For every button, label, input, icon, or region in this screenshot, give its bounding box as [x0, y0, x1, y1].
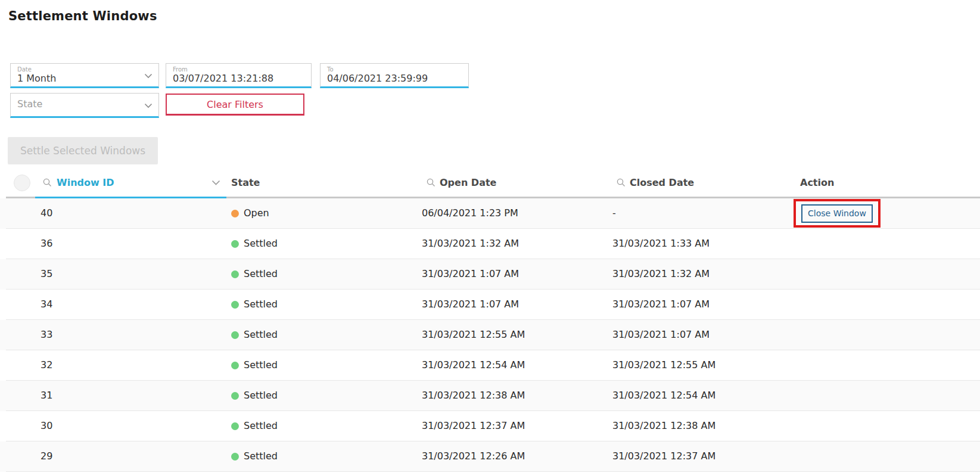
window-id-cell: 29 — [41, 441, 52, 471]
closed-date-cell: 31/03/2021 12:37 AM — [612, 441, 715, 471]
from-input-value: 03/07/2021 13:21:88 — [173, 73, 273, 84]
open-date-cell: 31/03/2021 1:07 AM — [422, 259, 519, 289]
state-select-placeholder: State — [17, 98, 42, 110]
to-input-label: To — [327, 66, 450, 73]
table-row[interactable]: 35 Settled 31/03/2021 1:07 AM 31/03/2021… — [0, 259, 980, 290]
page-title: Settlement Windows — [8, 9, 157, 23]
state-cell: Settled — [231, 229, 278, 259]
state-label: Settled — [244, 290, 278, 319]
clear-filters-button[interactable]: Clear Filters — [166, 94, 304, 116]
table-row[interactable]: 40 Open 06/04/2021 1:23 PM - Close Windo… — [0, 198, 980, 229]
row-divider — [6, 471, 980, 472]
from-date-input[interactable]: From 03/07/2021 13:21:88 — [166, 63, 312, 88]
state-cell: Settled — [231, 441, 278, 471]
search-icon[interactable] — [617, 178, 626, 187]
date-range-select[interactable]: Date 1 Month — [10, 63, 159, 88]
table-row[interactable]: 31 Settled 31/03/2021 12:38 AM 31/03/202… — [0, 381, 980, 411]
state-dot-icon — [231, 270, 239, 278]
column-header-label: State — [231, 177, 260, 188]
open-date-cell: 31/03/2021 1:32 AM — [422, 229, 519, 259]
table-row[interactable]: 33 Settled 31/03/2021 12:55 AM 31/03/202… — [0, 320, 980, 350]
column-header-label: Closed Date — [630, 177, 694, 188]
open-date-cell: 31/03/2021 12:38 AM — [422, 381, 525, 410]
close-window-button[interactable]: Close Window — [801, 204, 873, 223]
table-body: 40 Open 06/04/2021 1:23 PM - Close Windo… — [0, 198, 980, 472]
state-label: Open — [244, 198, 269, 228]
state-cell: Settled — [231, 381, 278, 410]
state-cell: Settled — [231, 290, 278, 319]
state-cell: Settled — [231, 411, 278, 441]
table-row[interactable]: 29 Settled 31/03/2021 12:26 AM 31/03/202… — [0, 441, 980, 472]
select-all-checkbox[interactable] — [14, 175, 30, 191]
window-id-cell: 35 — [41, 259, 52, 289]
window-id-cell: 32 — [41, 350, 52, 380]
search-icon[interactable] — [43, 178, 52, 187]
date-select-value: 1 Month — [17, 73, 56, 84]
column-header-label: Window ID — [57, 177, 114, 188]
window-id-cell: 30 — [41, 411, 52, 441]
column-header-state[interactable]: State — [231, 169, 260, 197]
column-header-action: Action — [800, 169, 834, 197]
column-header-label: Action — [800, 177, 834, 188]
open-date-cell: 31/03/2021 12:26 AM — [422, 441, 525, 471]
chevron-down-icon — [144, 73, 153, 79]
window-id-cell: 36 — [41, 229, 52, 259]
table-header: Window ID State Open Date Closed Date Ac… — [0, 169, 980, 197]
state-dot-icon — [231, 422, 239, 430]
state-dot-icon — [231, 362, 239, 369]
state-cell: Settled — [231, 320, 278, 350]
sort-direction-icon[interactable] — [211, 169, 220, 197]
table-row[interactable]: 36 Settled 31/03/2021 1:32 AM 31/03/2021… — [0, 229, 980, 259]
closed-date-cell: 31/03/2021 1:32 AM — [612, 259, 710, 289]
closed-date-cell: 31/03/2021 12:55 AM — [612, 350, 715, 380]
state-cell: Settled — [231, 259, 278, 289]
table-row[interactable]: 30 Settled 31/03/2021 12:37 AM 31/03/202… — [0, 411, 980, 441]
open-date-cell: 31/03/2021 12:37 AM — [422, 411, 525, 441]
table-row[interactable]: 32 Settled 31/03/2021 12:54 AM 31/03/202… — [0, 350, 980, 381]
closed-date-cell: 31/03/2021 1:33 AM — [612, 229, 710, 259]
closed-date-cell: - — [612, 198, 616, 228]
column-header-open-date[interactable]: Open Date — [427, 169, 496, 197]
state-dot-icon — [231, 301, 239, 309]
window-id-cell: 33 — [41, 320, 52, 350]
state-label: Settled — [244, 350, 278, 380]
window-id-cell: 34 — [41, 290, 52, 319]
state-dot-icon — [231, 392, 239, 400]
open-date-cell: 31/03/2021 12:55 AM — [422, 320, 525, 350]
column-header-label: Open Date — [440, 177, 496, 188]
state-filter-select[interactable]: State — [10, 93, 159, 118]
closed-date-cell: 31/03/2021 12:54 AM — [612, 381, 715, 410]
state-label: Settled — [244, 320, 278, 350]
state-dot-icon — [231, 453, 239, 461]
column-header-closed-date[interactable]: Closed Date — [617, 169, 694, 197]
state-label: Settled — [244, 229, 278, 259]
state-label: Settled — [244, 259, 278, 289]
open-date-cell: 06/04/2021 1:23 PM — [422, 198, 518, 228]
closed-date-cell: 31/03/2021 1:07 AM — [612, 320, 710, 350]
state-cell: Settled — [231, 350, 278, 380]
chevron-down-icon — [144, 103, 153, 108]
settle-selected-windows-button[interactable]: Settle Selected Windows — [8, 137, 158, 164]
window-id-cell: 31 — [41, 381, 52, 410]
state-cell: Open — [231, 198, 269, 228]
action-cell: Close Window — [794, 199, 881, 228]
to-date-input[interactable]: To 04/06/2021 23:59:99 — [320, 63, 469, 88]
to-input-value: 04/06/2021 23:59:99 — [327, 73, 428, 84]
window-id-cell: 40 — [41, 198, 52, 228]
table-row[interactable]: 34 Settled 31/03/2021 1:07 AM 31/03/2021… — [0, 290, 980, 320]
state-dot-icon — [231, 331, 239, 339]
from-input-label: From — [173, 66, 293, 73]
closed-date-cell: 31/03/2021 12:38 AM — [612, 411, 715, 441]
state-dot-icon — [231, 210, 239, 217]
state-label: Settled — [244, 441, 278, 471]
search-icon[interactable] — [427, 178, 435, 187]
date-select-label: Date — [17, 66, 141, 73]
state-dot-icon — [231, 240, 239, 248]
closed-date-cell: 31/03/2021 1:07 AM — [612, 290, 710, 319]
settlement-windows-page: Settlement Windows Date 1 Month From 03/… — [0, 0, 980, 476]
open-date-cell: 31/03/2021 1:07 AM — [422, 290, 519, 319]
open-date-cell: 31/03/2021 12:54 AM — [422, 350, 525, 380]
column-header-window-id[interactable]: Window ID — [43, 169, 114, 197]
state-label: Settled — [244, 381, 278, 410]
state-label: Settled — [244, 411, 278, 441]
